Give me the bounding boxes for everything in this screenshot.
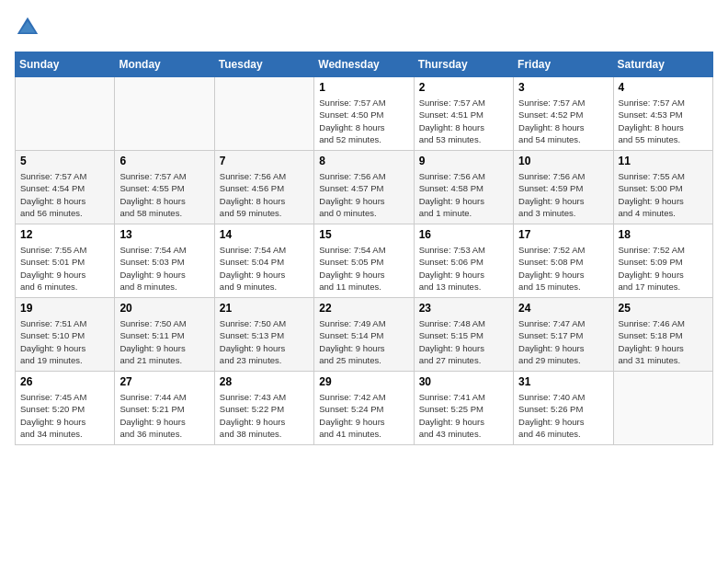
weekday-header-sunday: Sunday [16, 52, 115, 77]
day-number: 21 [220, 302, 309, 315]
calendar-cell: 7Sunrise: 7:56 AM Sunset: 4:56 PM Daylig… [214, 151, 313, 224]
weekday-header-thursday: Thursday [414, 52, 513, 77]
day-info: Sunrise: 7:55 AM Sunset: 5:00 PM Dayligh… [619, 170, 708, 219]
day-info: Sunrise: 7:49 AM Sunset: 5:14 PM Dayligh… [319, 317, 408, 366]
day-info: Sunrise: 7:54 AM Sunset: 5:03 PM Dayligh… [119, 244, 209, 293]
calendar-week-row: 19Sunrise: 7:51 AM Sunset: 5:10 PM Dayli… [16, 298, 713, 372]
weekday-header-tuesday: Tuesday [214, 52, 313, 77]
day-number: 19 [20, 302, 109, 315]
day-info: Sunrise: 7:56 AM Sunset: 4:56 PM Dayligh… [220, 170, 309, 219]
calendar-cell: 16Sunrise: 7:53 AM Sunset: 5:06 PM Dayli… [414, 224, 513, 298]
calendar-cell: 5Sunrise: 7:57 AM Sunset: 4:54 PM Daylig… [16, 151, 115, 224]
calendar-week-row: 26Sunrise: 7:45 AM Sunset: 5:20 PM Dayli… [16, 372, 713, 445]
day-number: 27 [119, 375, 209, 388]
calendar-cell: 27Sunrise: 7:44 AM Sunset: 5:21 PM Dayli… [115, 372, 214, 445]
day-info: Sunrise: 7:56 AM Sunset: 4:58 PM Dayligh… [419, 170, 508, 219]
calendar-cell: 23Sunrise: 7:48 AM Sunset: 5:15 PM Dayli… [414, 298, 513, 372]
day-number: 10 [518, 155, 608, 167]
day-info: Sunrise: 7:53 AM Sunset: 5:06 PM Dayligh… [419, 244, 508, 293]
weekday-header-row: SundayMondayTuesdayWednesdayThursdayFrid… [16, 52, 713, 77]
calendar-cell: 15Sunrise: 7:54 AM Sunset: 5:05 PM Dayli… [314, 224, 414, 298]
day-info: Sunrise: 7:57 AM Sunset: 4:52 PM Dayligh… [518, 97, 608, 145]
day-info: Sunrise: 7:40 AM Sunset: 5:26 PM Dayligh… [518, 391, 608, 440]
day-number: 20 [119, 302, 209, 315]
day-number: 11 [619, 155, 708, 167]
day-info: Sunrise: 7:57 AM Sunset: 4:54 PM Dayligh… [20, 170, 109, 219]
calendar-week-row: 12Sunrise: 7:55 AM Sunset: 5:01 PM Dayli… [16, 224, 713, 298]
day-info: Sunrise: 7:43 AM Sunset: 5:22 PM Dayligh… [220, 391, 309, 440]
calendar-cell: 21Sunrise: 7:50 AM Sunset: 5:13 PM Dayli… [214, 298, 313, 372]
day-number: 22 [319, 302, 408, 315]
calendar-cell: 13Sunrise: 7:54 AM Sunset: 5:03 PM Dayli… [115, 224, 214, 298]
day-info: Sunrise: 7:48 AM Sunset: 5:15 PM Dayligh… [419, 317, 508, 366]
day-number: 6 [119, 155, 209, 167]
day-number: 1 [319, 81, 408, 94]
calendar-cell: 28Sunrise: 7:43 AM Sunset: 5:22 PM Dayli… [214, 372, 313, 445]
calendar-cell: 24Sunrise: 7:47 AM Sunset: 5:17 PM Dayli… [514, 298, 613, 372]
day-number: 23 [419, 302, 508, 315]
calendar-cell: 22Sunrise: 7:49 AM Sunset: 5:14 PM Dayli… [314, 298, 414, 372]
logo [15, 15, 44, 40]
calendar-cell: 31Sunrise: 7:40 AM Sunset: 5:26 PM Dayli… [514, 372, 613, 445]
day-info: Sunrise: 7:41 AM Sunset: 5:25 PM Dayligh… [419, 391, 508, 440]
day-number: 24 [518, 302, 608, 315]
day-number: 16 [419, 228, 508, 241]
calendar-cell: 30Sunrise: 7:41 AM Sunset: 5:25 PM Dayli… [414, 372, 513, 445]
day-number: 5 [20, 155, 109, 167]
day-info: Sunrise: 7:51 AM Sunset: 5:10 PM Dayligh… [20, 317, 109, 366]
day-info: Sunrise: 7:52 AM Sunset: 5:09 PM Dayligh… [619, 244, 708, 293]
header [15, 15, 713, 40]
day-info: Sunrise: 7:56 AM Sunset: 4:57 PM Dayligh… [319, 170, 408, 219]
day-number: 8 [319, 155, 408, 167]
day-number: 17 [518, 228, 608, 241]
calendar-cell: 14Sunrise: 7:54 AM Sunset: 5:04 PM Dayli… [214, 224, 313, 298]
weekday-header-wednesday: Wednesday [314, 52, 414, 77]
day-number: 15 [319, 228, 408, 241]
day-number: 28 [220, 375, 309, 388]
day-info: Sunrise: 7:47 AM Sunset: 5:17 PM Dayligh… [518, 317, 608, 366]
day-number: 31 [518, 375, 608, 388]
calendar-cell: 18Sunrise: 7:52 AM Sunset: 5:09 PM Dayli… [613, 224, 712, 298]
day-number: 26 [20, 375, 109, 388]
calendar-cell: 19Sunrise: 7:51 AM Sunset: 5:10 PM Dayli… [16, 298, 115, 372]
calendar-cell: 17Sunrise: 7:52 AM Sunset: 5:08 PM Dayli… [514, 224, 613, 298]
weekday-header-friday: Friday [514, 52, 613, 77]
calendar-cell: 2Sunrise: 7:57 AM Sunset: 4:51 PM Daylig… [414, 77, 513, 151]
calendar-cell: 10Sunrise: 7:56 AM Sunset: 4:59 PM Dayli… [514, 151, 613, 224]
day-number: 4 [619, 81, 708, 94]
day-number: 13 [119, 228, 209, 241]
day-info: Sunrise: 7:55 AM Sunset: 5:01 PM Dayligh… [20, 244, 109, 293]
calendar-week-row: 1Sunrise: 7:57 AM Sunset: 4:50 PM Daylig… [16, 77, 713, 151]
day-info: Sunrise: 7:44 AM Sunset: 5:21 PM Dayligh… [119, 391, 209, 440]
day-info: Sunrise: 7:50 AM Sunset: 5:13 PM Dayligh… [220, 317, 309, 366]
day-info: Sunrise: 7:54 AM Sunset: 5:04 PM Dayligh… [220, 244, 309, 293]
day-info: Sunrise: 7:56 AM Sunset: 4:59 PM Dayligh… [518, 170, 608, 219]
calendar-cell: 9Sunrise: 7:56 AM Sunset: 4:58 PM Daylig… [414, 151, 513, 224]
day-number: 12 [20, 228, 109, 241]
day-info: Sunrise: 7:50 AM Sunset: 5:11 PM Dayligh… [119, 317, 209, 366]
day-info: Sunrise: 7:54 AM Sunset: 5:05 PM Dayligh… [319, 244, 408, 293]
day-number: 25 [619, 302, 708, 315]
calendar-cell: 29Sunrise: 7:42 AM Sunset: 5:24 PM Dayli… [314, 372, 414, 445]
calendar-cell: 20Sunrise: 7:50 AM Sunset: 5:11 PM Dayli… [115, 298, 214, 372]
calendar-cell: 11Sunrise: 7:55 AM Sunset: 5:00 PM Dayli… [613, 151, 712, 224]
calendar-cell [613, 372, 712, 445]
calendar-cell: 26Sunrise: 7:45 AM Sunset: 5:20 PM Dayli… [16, 372, 115, 445]
day-number: 29 [319, 375, 408, 388]
logo-icon [15, 15, 40, 40]
day-info: Sunrise: 7:42 AM Sunset: 5:24 PM Dayligh… [319, 391, 408, 440]
calendar-cell: 1Sunrise: 7:57 AM Sunset: 4:50 PM Daylig… [314, 77, 414, 151]
calendar-cell [115, 77, 214, 151]
day-number: 2 [419, 81, 508, 94]
calendar-cell: 6Sunrise: 7:57 AM Sunset: 4:55 PM Daylig… [115, 151, 214, 224]
weekday-header-saturday: Saturday [613, 52, 712, 77]
calendar-cell: 25Sunrise: 7:46 AM Sunset: 5:18 PM Dayli… [613, 298, 712, 372]
day-number: 3 [518, 81, 608, 94]
day-number: 18 [619, 228, 708, 241]
calendar-table: SundayMondayTuesdayWednesdayThursdayFrid… [15, 52, 713, 445]
day-number: 7 [220, 155, 309, 167]
calendar-cell: 8Sunrise: 7:56 AM Sunset: 4:57 PM Daylig… [314, 151, 414, 224]
day-info: Sunrise: 7:57 AM Sunset: 4:50 PM Dayligh… [319, 97, 408, 145]
calendar-week-row: 5Sunrise: 7:57 AM Sunset: 4:54 PM Daylig… [16, 151, 713, 224]
day-number: 9 [419, 155, 508, 167]
